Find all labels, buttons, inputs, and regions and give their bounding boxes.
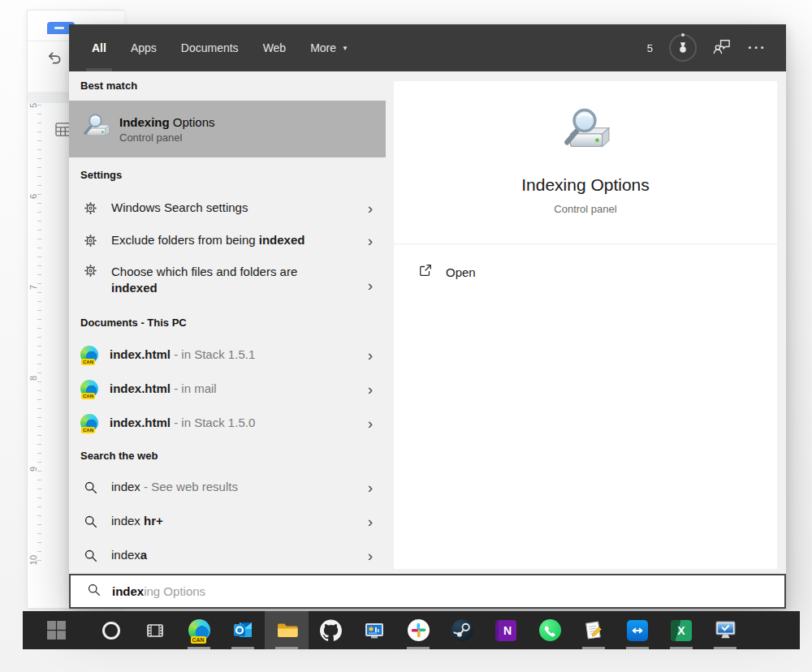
taskbar-onenote[interactable]: N [484, 611, 528, 649]
web-result[interactable]: indexa › [69, 539, 386, 571]
taskbar-whatsapp[interactable] [528, 611, 572, 649]
preview-subtitle: Control panel [394, 203, 777, 215]
edge-canary-icon: CAN [80, 380, 98, 398]
result-label: index.html - in Stack 1.5.1 [110, 347, 255, 363]
rewards-medal-icon[interactable] [669, 34, 697, 62]
results-list: Best match Indexing Options Cont [69, 71, 386, 574]
chevron-right-icon[interactable]: › [361, 514, 373, 529]
taskbar-remote-desktop[interactable] [703, 611, 747, 649]
divider [394, 243, 777, 244]
taskbar-github[interactable] [309, 611, 352, 649]
taskbar-task-view[interactable] [133, 611, 177, 649]
preview-title: Indexing Options [394, 175, 777, 195]
taskbar-file-explorer[interactable] [265, 611, 309, 649]
gear-icon [80, 234, 100, 248]
chevron-right-icon[interactable]: › [361, 278, 373, 293]
document-result[interactable]: CAN index.html - in mail › [69, 372, 386, 406]
taskbar: CAN N X [23, 611, 800, 649]
gear-icon [80, 264, 100, 278]
taskbar-excel[interactable]: X [659, 611, 703, 649]
web-result[interactable]: index hr+ › [69, 505, 386, 537]
whatsapp-icon [539, 619, 561, 641]
indexing-options-icon [394, 106, 777, 159]
undo-icon[interactable] [47, 50, 63, 68]
result-label: Choose which files and folders are index… [111, 264, 329, 296]
tab-all[interactable]: All [92, 24, 106, 71]
section-header-web: Search the web [80, 450, 158, 462]
document-result[interactable]: CAN index.html - in Stack 1.5.1 › [69, 338, 386, 372]
ruler-number: 8 [28, 373, 38, 384]
edge-canary-icon: CAN [80, 346, 98, 364]
settings-result-choose-files[interactable]: Choose which files and folders are index… [69, 256, 386, 307]
search-icon [80, 515, 100, 528]
open-button[interactable]: Open [394, 255, 777, 289]
start-button[interactable] [32, 611, 80, 649]
result-label: Exclude folders from being indexed [111, 232, 304, 248]
onenote-icon: N [495, 620, 516, 641]
file-explorer-icon [276, 619, 298, 641]
ruler-number: 6 [28, 191, 38, 202]
chevron-right-icon[interactable]: › [361, 347, 373, 363]
gear-icon [80, 201, 100, 215]
taskbar-steam[interactable] [440, 611, 484, 649]
chevron-right-icon[interactable]: › [361, 548, 373, 563]
search-input[interactable]: index ing Options [69, 574, 786, 609]
result-label: index hr+ [111, 513, 163, 529]
cortana-icon [102, 622, 120, 640]
ruler-number: 5 [28, 100, 38, 111]
ruler-number: 10 [28, 554, 38, 566]
taskbar-performance-monitor[interactable] [352, 611, 396, 649]
search-icon [80, 549, 100, 562]
more-options-icon[interactable]: ··· [748, 40, 767, 56]
result-label: index.html - in mail [110, 381, 217, 397]
chevron-down-icon: ▼ [342, 45, 348, 52]
result-label: index.html - in Stack 1.5.0 [110, 415, 255, 431]
tab-apps[interactable]: Apps [131, 24, 157, 71]
chevron-right-icon[interactable]: › [361, 233, 373, 248]
slack-icon [408, 619, 430, 641]
ruler-number: 9 [28, 463, 38, 475]
indexing-options-icon [80, 112, 111, 146]
section-header-documents: Documents - This PC [80, 317, 187, 329]
ruler-number: 7 [28, 282, 38, 293]
vertical-ruler [37, 105, 41, 569]
search-icon [80, 480, 100, 494]
result-label: Windows Search settings [111, 200, 248, 216]
open-external-icon [418, 263, 433, 281]
search-query-typed: index [112, 584, 144, 598]
best-match-result[interactable]: Indexing Options Control panel [69, 101, 386, 157]
result-label: index - See web results [111, 479, 238, 495]
web-result[interactable]: index - See web results › [69, 471, 386, 503]
tab-documents[interactable]: Documents [181, 24, 239, 71]
github-icon [320, 619, 342, 641]
search-query-suggestion: ing Options [144, 584, 205, 598]
search-results-area: Best match Indexing Options Cont [69, 71, 786, 574]
feedback-icon[interactable] [713, 37, 732, 59]
search-filter-bar: All Apps Documents Web More ▼ 5 [69, 24, 786, 71]
settings-result-windows-search[interactable]: Windows Search settings › [69, 192, 386, 224]
task-view-icon [145, 620, 166, 641]
settings-result-exclude-folders[interactable]: Exclude folders from being indexed › [69, 224, 386, 256]
outlook-icon [232, 619, 254, 641]
taskbar-edge-canary[interactable]: CAN [177, 611, 221, 649]
document-result[interactable]: CAN index.html - in Stack 1.5.0 › [69, 406, 386, 440]
chevron-right-icon[interactable]: › [361, 416, 373, 431]
chevron-right-icon[interactable]: › [361, 381, 373, 397]
tab-more[interactable]: More ▼ [310, 24, 348, 71]
chevron-right-icon[interactable]: › [361, 480, 373, 495]
performance-monitor-icon [364, 620, 385, 641]
windows-search-flyout: All Apps Documents Web More ▼ 5 [69, 24, 786, 609]
taskbar-slack[interactable] [396, 611, 440, 649]
taskbar-teamviewer[interactable] [615, 611, 659, 649]
edge-canary-icon: CAN [188, 619, 210, 641]
excel-icon: X [671, 620, 692, 641]
remote-desktop-icon [715, 619, 736, 641]
section-header-settings: Settings [80, 169, 122, 181]
taskbar-notepad[interactable] [572, 611, 615, 649]
chevron-right-icon[interactable]: › [361, 200, 373, 216]
taskbar-outlook[interactable] [221, 611, 265, 649]
tab-web[interactable]: Web [263, 24, 287, 71]
taskbar-cortana[interactable] [89, 611, 133, 649]
steam-icon [451, 619, 473, 641]
notepad-icon [583, 620, 604, 641]
